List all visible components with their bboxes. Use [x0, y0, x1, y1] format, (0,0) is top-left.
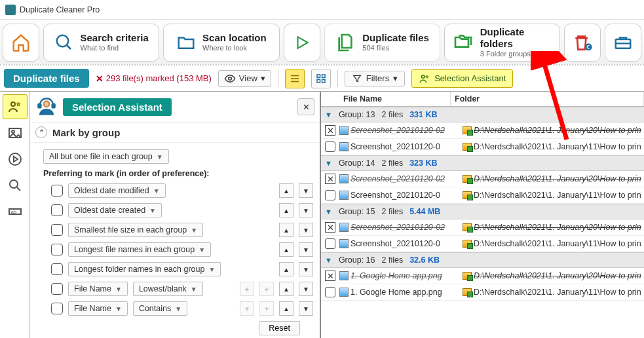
move-down-button[interactable]: ▼	[299, 262, 313, 276]
titlebar: Duplicate Cleaner Pro	[0, 0, 644, 20]
group-header-row[interactable]: ▼ Group: 14 2 files 323 KB	[321, 155, 644, 171]
file-name: Screenshot_20210120-02	[350, 223, 461, 232]
move-down-button[interactable]: ▼	[299, 183, 313, 198]
col-folder[interactable]: Folder	[451, 92, 644, 106]
left-play-button[interactable]	[3, 147, 28, 172]
mark-checkbox[interactable]: ✕	[325, 174, 335, 184]
file-row[interactable]: Screenshot_20210120-0 D:\Nerdschalk\2021…	[321, 236, 644, 252]
rule-checkbox[interactable]	[51, 283, 63, 295]
move-down-button[interactable]: ▼	[299, 223, 313, 237]
collapse-icon: ⌃	[35, 126, 47, 138]
svg-point-14	[422, 75, 425, 78]
file-row[interactable]: ✕ Screenshot_20210120-02 D:\Nerdschalk\2…	[321, 219, 644, 236]
group-header-row[interactable]: ▼ Group: 13 2 files 331 KB	[321, 107, 644, 122]
file-row[interactable]: Screenshot_20210120-0 D:\Nerdschalk\2021…	[321, 187, 644, 204]
person-star-icon	[419, 73, 430, 84]
mark-checkbox[interactable]: ✕	[325, 125, 335, 136]
rule-dropdown[interactable]: Oldest date created▼	[68, 203, 162, 217]
file-path: D:\Nerdschalk\2021\1. January\11\How to …	[474, 142, 644, 151]
file-row[interactable]: 1. Google Home app.png D:\Nerdschalk\202…	[321, 284, 644, 301]
op-dropdown[interactable]: Contains▼	[133, 301, 187, 316]
tab-duplicate-files[interactable]: Duplicate files504 files	[324, 24, 440, 62]
delete-button[interactable]	[564, 24, 601, 62]
move-up-button[interactable]: ▲	[279, 301, 294, 316]
mark-checkbox[interactable]: ✕	[325, 222, 335, 233]
group-header-row[interactable]: ▼ Group: 15 2 files 5.44 MB	[321, 204, 644, 219]
filters-dropdown[interactable]: Filters▾	[345, 71, 405, 86]
move-up-button[interactable]: ▲	[279, 282, 294, 296]
move-down-button[interactable]: ▼	[299, 301, 313, 316]
rule-dropdown[interactable]: Longest folder names in each group▼	[68, 262, 221, 276]
mark-checkbox[interactable]	[325, 190, 335, 200]
tab-search-criteria[interactable]: Search criteriaWhat to find	[43, 24, 159, 62]
mark-checkbox[interactable]	[325, 141, 335, 152]
col-dropdown[interactable]: File Name▼	[68, 282, 128, 296]
tab-duplicate-folders[interactable]: Duplicate folders3 Folder groups	[444, 24, 560, 62]
scan-title: Scan location	[202, 32, 267, 44]
col-file-name[interactable]: File Name	[339, 92, 451, 106]
rule-dropdown[interactable]: Longest file names in each group▼	[68, 242, 211, 257]
file-row[interactable]: ✕ 1. Google Home app.png D:\Nerdschalk\2…	[321, 268, 644, 284]
add-rule-button[interactable]: +	[259, 282, 274, 296]
svg-marker-19	[14, 157, 18, 162]
tools-button[interactable]	[605, 24, 641, 62]
reset-button[interactable]: Reset	[259, 321, 300, 335]
mark-checkbox[interactable]: ✕	[325, 271, 335, 281]
move-up-button[interactable]: ▲	[279, 262, 294, 276]
folder-icon	[461, 175, 474, 183]
rule-checkbox[interactable]	[51, 204, 63, 216]
move-down-button[interactable]: ▼	[299, 242, 313, 257]
rule-checkbox[interactable]	[51, 224, 63, 236]
collapse-triangle-icon: ▼	[325, 208, 332, 216]
rule-dropdown[interactable]: Oldest date modified▼	[68, 183, 166, 198]
svg-rect-11	[322, 75, 325, 78]
person-star-icon	[7, 99, 23, 115]
move-up-button[interactable]: ▲	[279, 183, 294, 198]
group-rule-dropdown[interactable]: All but one file in each group▼	[43, 149, 169, 164]
grid-view-button[interactable]	[311, 69, 331, 88]
left-search-button[interactable]	[3, 173, 28, 198]
svg-point-24	[44, 102, 50, 107]
run-button[interactable]	[284, 24, 320, 62]
dupfolders-title: Duplicate folders	[480, 26, 552, 50]
view-dropdown[interactable]: View▾	[218, 70, 271, 87]
home-button[interactable]	[3, 24, 39, 62]
selection-assistant-button[interactable]: Selection Assistant	[411, 69, 513, 88]
file-type-icon	[337, 174, 350, 183]
add-rule-button[interactable]: +	[259, 301, 274, 316]
left-rename-button[interactable]: ab	[3, 199, 28, 224]
collapse-triangle-icon: ▼	[325, 111, 332, 119]
mark-checkbox[interactable]	[325, 238, 335, 249]
left-image-button[interactable]	[3, 121, 28, 145]
rule-checkbox[interactable]	[51, 263, 63, 275]
mark-checkbox[interactable]	[325, 287, 335, 297]
file-row[interactable]: ✕ Screenshot_20210120-02 D:\Nerdschalk\2…	[321, 171, 644, 187]
add-rule-button[interactable]: +	[240, 301, 254, 316]
mark-by-group-header[interactable]: ⌃ Mark by group	[30, 122, 320, 143]
move-up-button[interactable]: ▲	[279, 242, 294, 257]
close-assist-button[interactable]: ✕	[297, 98, 314, 115]
dupfiles-title: Duplicate files	[362, 32, 429, 44]
file-row[interactable]: Screenshot_20210120-0 D:\Nerdschalk\2021…	[321, 139, 644, 155]
col-dropdown[interactable]: File Name▼	[68, 301, 128, 316]
move-down-button[interactable]: ▼	[299, 282, 313, 296]
rule-dropdown[interactable]: Smallest file size in each group▼	[68, 223, 203, 237]
move-down-button[interactable]: ▼	[299, 203, 313, 217]
op-dropdown[interactable]: Lowest/blank▼	[133, 282, 203, 296]
pref-rule-row: Oldest date created▼ ▲ ▼	[51, 203, 313, 217]
file-name: Screenshot_20210120-0	[350, 191, 461, 200]
tab-scan-location[interactable]: Scan locationWhere to look	[163, 24, 279, 62]
file-path: D:\Nerdschalk\2021\1. January\11\How to …	[474, 191, 644, 200]
folder-icon	[176, 33, 196, 52]
rule-checkbox[interactable]	[51, 244, 63, 255]
rule-checkbox[interactable]	[51, 303, 63, 314]
file-row[interactable]: ✕ Screenshot_20210120-02 D:\Nerdschalk\2…	[321, 122, 644, 139]
group-header-row[interactable]: ▼ Group: 16 2 files 32.6 KB	[321, 252, 644, 268]
add-rule-button[interactable]: +	[240, 282, 254, 296]
svg-rect-25	[38, 104, 41, 108]
move-up-button[interactable]: ▲	[279, 203, 294, 217]
list-view-button[interactable]	[285, 69, 305, 88]
move-up-button[interactable]: ▲	[279, 223, 294, 237]
rule-checkbox[interactable]	[51, 185, 63, 197]
left-assist-button[interactable]	[3, 94, 28, 119]
